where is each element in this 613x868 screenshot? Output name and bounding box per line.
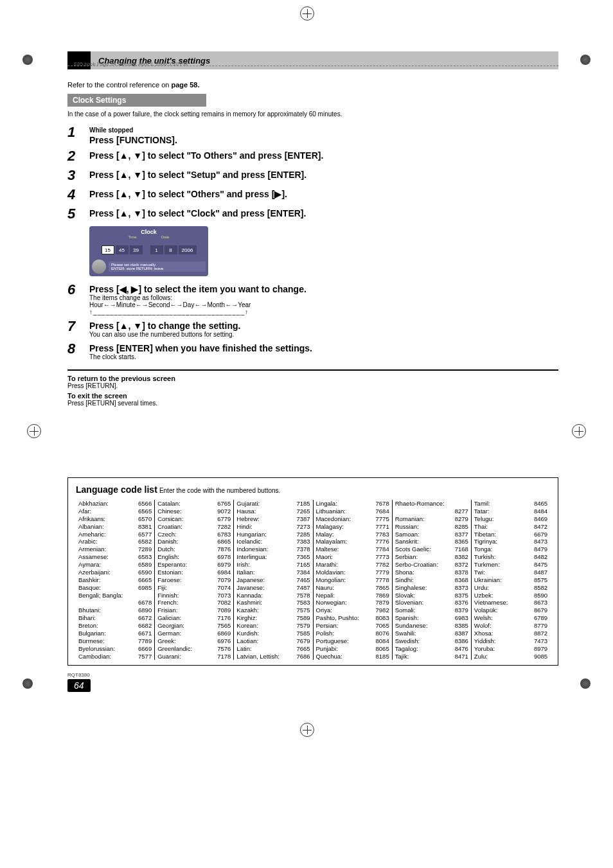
language-row: Twi:8487 (474, 569, 547, 576)
step-instruction: Press [▲, ▼] to select "To Others" and p… (89, 150, 558, 161)
language-row: Maltese:7784 (316, 545, 389, 553)
language-code: 7387 (296, 515, 310, 523)
language-name: Serbian: (395, 553, 418, 561)
language-row: Hebrew:7387 (236, 515, 310, 523)
language-column: Gujarati:7185Hausa:7265Hebrew:7387Hindi:… (233, 500, 312, 660)
language-row: Sundanese:8385 (395, 622, 468, 630)
language-code: 7176 (217, 614, 231, 622)
language-name: Tonga: (474, 545, 493, 553)
language-code: 7665 (296, 645, 310, 653)
language-code: 8065 (376, 645, 389, 653)
language-code: 8377 (455, 531, 468, 538)
language-name: Danish: (157, 538, 178, 545)
language-name: Volapük: (474, 607, 497, 614)
language-code: 7679 (296, 637, 310, 645)
language-name: Slovak: (395, 592, 415, 599)
language-name: Xhosa: (474, 630, 493, 637)
language-name: Armenian: (78, 545, 106, 553)
language-code: 6869 (217, 630, 231, 637)
language-row: Guarani:7178 (157, 653, 231, 660)
language-code: 7775 (376, 515, 389, 523)
language-code: 8484 (534, 508, 547, 515)
language-code: 6582 (138, 538, 152, 545)
language-subtitle: Enter the code with the numbered buttons… (159, 487, 280, 494)
language-code: 8368 (455, 576, 468, 584)
language-row: Bashkir:6665 (78, 576, 152, 584)
language-name: Laotian: (236, 637, 258, 645)
language-code: 7583 (296, 599, 310, 607)
clock-year: 2006 (179, 245, 197, 254)
language-name: Irish: (236, 561, 250, 569)
language-code: 7784 (376, 545, 389, 553)
language-code: 7869 (376, 592, 389, 599)
language-row: Tibetan:6679 (474, 531, 547, 538)
crop-mark (580, 678, 591, 689)
language-code: 6865 (217, 538, 231, 545)
clock-time-label: Time (129, 235, 137, 239)
language-name: Singhalese: (395, 584, 427, 592)
language-row: Tatar:8484 (474, 508, 547, 515)
language-code: 8590 (534, 592, 547, 599)
language-name: Kannada: (236, 592, 263, 599)
language-row: Oriya:7982 (316, 607, 389, 614)
language-row: Thai:8472 (474, 523, 547, 531)
language-code: 7684 (376, 508, 389, 515)
language-code: 8381 (138, 523, 152, 531)
step-number: 1 (67, 124, 89, 141)
language-name: Portuguese: (316, 637, 349, 645)
language-row: Yiddish:7473 (474, 637, 547, 645)
language-name: Hebrew: (236, 515, 259, 523)
language-row: Esperanto:6979 (157, 561, 231, 569)
language-row: Serbian:8382 (395, 553, 468, 561)
language-name: Punjabi: (316, 645, 338, 653)
language-row: Wolof:8779 (474, 622, 547, 630)
language-name: Bihari: (78, 614, 96, 622)
step-instruction: Press [◀, ▶] to select the item you want… (89, 284, 558, 294)
language-code: 8279 (455, 515, 468, 523)
language-code: 7589 (296, 614, 310, 622)
language-name: English: (157, 553, 179, 561)
step-number: 8 (67, 341, 89, 357)
language-name: Hindi: (236, 523, 252, 531)
language-row: Italian:7384 (236, 569, 310, 576)
language-name: Assamese: (78, 553, 109, 561)
language-row: Finnish:7073 (157, 592, 231, 599)
language-name: Nepali: (316, 592, 335, 599)
language-name: Croatian: (157, 523, 182, 531)
language-name: Uzbek: (474, 592, 493, 599)
step-number: 6 (67, 281, 89, 298)
language-row: Punjabi:8065 (316, 645, 389, 653)
intro-pre: Refer to the control reference on (67, 81, 171, 89)
language-row: Bihari:6672 (78, 614, 152, 622)
step-instruction: Press [▲, ▼] to select "Setup" and press… (89, 170, 558, 180)
language-row: 8277 (395, 508, 468, 515)
language-name: Ameharic: (78, 531, 106, 538)
language-row: Nauru:7865 (316, 584, 389, 592)
language-row: Georgian:7565 (157, 622, 231, 630)
language-row: Portuguese:8084 (316, 637, 389, 645)
language-code: 6671 (138, 630, 152, 637)
language-code: 8372 (455, 561, 468, 569)
step-sequence: Hour←→Minute←→Second←→Day←→Month←→Year (89, 301, 558, 308)
language-row: Volapük:8679 (474, 607, 547, 614)
language-row: Afar:6565 (78, 508, 152, 515)
language-row: Bengali; Bangla: (78, 592, 152, 599)
language-code: 7185 (296, 500, 310, 508)
step-6: 6 Press [◀, ▶] to select the item you wa… (67, 281, 558, 315)
language-code: 7165 (296, 561, 310, 569)
language-name: Aymara: (78, 561, 101, 569)
step-instruction: Press [▲, ▼] to change the setting. (89, 321, 558, 331)
language-code: 7168 (455, 545, 468, 553)
language-row: Afrikaans:6570 (78, 515, 152, 523)
language-name: Persian: (316, 622, 339, 630)
language-code: 6589 (138, 561, 152, 569)
language-name: Tamil: (474, 500, 490, 508)
language-code: 7576 (217, 645, 231, 653)
language-name: Dutch: (157, 545, 175, 553)
language-name: Frisian: (157, 607, 177, 614)
language-row: Rhaeto-Romance: (395, 500, 468, 508)
language-code: 8375 (455, 592, 468, 599)
clock-panel: Clock Time Date 15 45 39 1 8 2006 Please… (89, 226, 208, 276)
language-row: Kannada:7578 (236, 592, 310, 599)
language-name: Cambodian: (78, 653, 111, 660)
